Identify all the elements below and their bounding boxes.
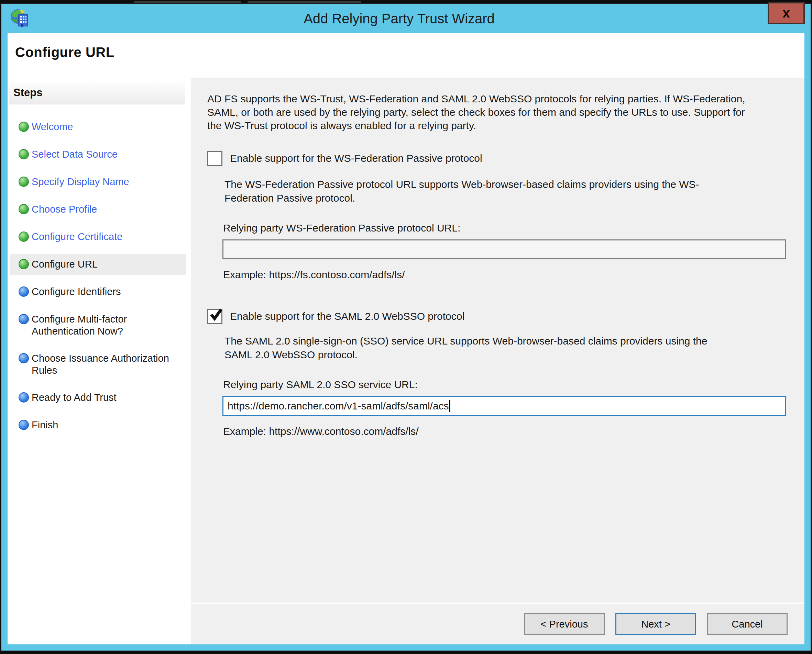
sidebar-step-label: Configure Multi-factor Authentication No… [32, 313, 127, 337]
step-done-icon [18, 232, 29, 242]
step-done-icon [18, 177, 29, 187]
configure-url-pane: AD FS supports the WS-Trust, WS-Federati… [191, 78, 804, 644]
wsfed-checkbox-label: Enable support for the WS-Federation Pas… [230, 153, 482, 164]
step-done-icon [18, 259, 29, 269]
adfs-app-icon [10, 8, 29, 28]
sidebar-step-label: Finish [32, 419, 58, 430]
sidebar-step: Choose Profile [10, 199, 186, 220]
wizard-panel: Configure URL Steps WelcomeSelect Data S… [8, 33, 804, 644]
step-done-icon [18, 204, 29, 214]
step-pending-icon [18, 420, 29, 430]
next-button[interactable]: Next > [615, 613, 696, 635]
sidebar-step-label: Specify Display Name [32, 176, 129, 187]
sidebar-step: Configure Multi-factor Authentication No… [10, 309, 186, 341]
sidebar-step-label: Configure URL [32, 259, 98, 270]
sidebar-step-label: Select Data Source [32, 149, 118, 160]
step-pending-icon [18, 286, 29, 297]
screen-top-strip [0, 0, 812, 3]
saml-url-label: Relying party SAML 2.0 SSO service URL: [223, 379, 786, 391]
saml-checkbox-row: Enable support for the SAML 2.0 WebSSO p… [207, 309, 786, 324]
step-pending-icon [18, 314, 29, 324]
step-pending-icon [18, 392, 29, 403]
sidebar-step-label: Welcome [32, 121, 73, 132]
checkmark-icon [208, 307, 224, 322]
saml-url-value: https://demo.rancher.com/v1-saml/adfs/sa… [228, 400, 449, 412]
sidebar-step: Ready to Add Trust [10, 387, 186, 408]
text-caret [449, 400, 450, 412]
sidebar-step: Configure URL [10, 254, 186, 275]
background-window-edge [248, 1, 361, 3]
wsfed-passive-checkbox[interactable] [207, 151, 222, 166]
sidebar-step-label: Ready to Add Trust [32, 392, 116, 403]
saml-sso-url-input[interactable]: https://demo.rancher.com/v1-saml/adfs/sa… [222, 396, 786, 416]
close-button[interactable]: x [768, 2, 805, 24]
previous-button[interactable]: < Previous [524, 613, 605, 635]
sidebar-step: Select Data Source [10, 144, 186, 165]
sidebar-step-label: Configure Certificate [32, 231, 123, 242]
sidebar-step: Finish [10, 415, 186, 435]
wsfed-url-label: Relying party WS-Federation Passive prot… [223, 222, 786, 234]
saml-websso-checkbox[interactable] [207, 309, 222, 324]
wsfed-passive-url-input [222, 240, 786, 259]
saml-example-text: Example: https://www.contoso.com/adfs/ls… [223, 426, 786, 437]
sidebar-step: Configure Identifiers [10, 282, 186, 302]
step-pending-icon [18, 353, 29, 364]
step-done-icon [18, 122, 29, 132]
sidebar-step: Choose Issuance Authorization Rules [10, 348, 186, 380]
wizard-body: Steps WelcomeSelect Data SourceSpecify D… [8, 78, 802, 644]
saml-description: The SAML 2.0 single-sign-on (SSO) servic… [224, 334, 726, 362]
sidebar-step-label: Configure Identifiers [32, 286, 121, 297]
sidebar-step: Configure Certificate [10, 227, 186, 247]
page-title: Configure URL [15, 45, 115, 60]
step-done-icon [18, 149, 29, 159]
wsfed-checkbox-row: Enable support for the WS-Federation Pas… [207, 151, 786, 166]
sidebar-step: Welcome [10, 117, 186, 138]
titlebar: Add Relying Party Trust Wizard x [2, 4, 810, 33]
sidebar-step-label: Choose Issuance Authorization Rules [32, 353, 169, 376]
wsfed-example-text: Example: https://fs.contoso.com/adfs/ls/ [223, 269, 786, 281]
steps-heading: Steps [9, 82, 185, 104]
page-header: Configure URL [8, 33, 804, 78]
steps-sidebar: Steps WelcomeSelect Data SourceSpecify D… [8, 78, 191, 644]
intro-text: AD FS supports the WS-Trust, WS-Federati… [207, 92, 751, 132]
cancel-button[interactable]: Cancel [707, 613, 787, 635]
wsfed-description: The WS-Federation Passive protocol URL s… [224, 177, 726, 205]
sidebar-step-label: Choose Profile [32, 204, 97, 215]
steps-list: WelcomeSelect Data SourceSpecify Display… [8, 104, 191, 435]
sidebar-step: Specify Display Name [10, 172, 186, 193]
wizard-button-bar: < Previous Next > Cancel [191, 602, 804, 644]
window-title: Add Relying Party Trust Wizard [43, 4, 755, 33]
wizard-window: Add Relying Party Trust Wizard x Configu… [1, 3, 811, 651]
background-window-edge [134, 1, 241, 3]
saml-checkbox-label: Enable support for the SAML 2.0 WebSSO p… [230, 310, 464, 322]
